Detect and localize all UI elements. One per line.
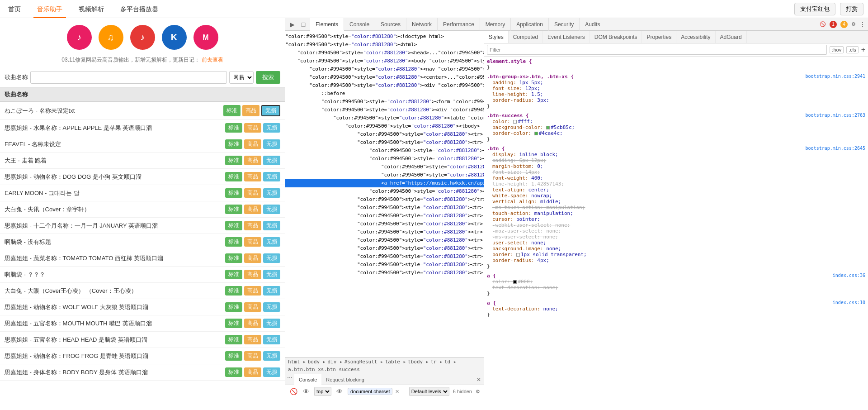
quality-high-btn[interactable]: 高品 [244,286,261,296]
console-eye-icon[interactable]: 👁 [335,387,344,396]
breadcrumb-item[interactable]: #songResult ▸ [344,359,383,365]
html-line[interactable]: "color:#994500">style="color:#881280"></… [285,195,484,204]
css-prop[interactable]: text-decoration: none; [492,285,865,291]
platform-select[interactable]: 网易 QQ 酷狗 酷我 [229,71,254,84]
css-prop[interactable]: line-height: 1.5; [492,91,865,97]
quality-std-btn[interactable]: 标准 [225,367,242,377]
html-line[interactable]: "color:#994500">style="color:#881280"><t… [285,155,484,163]
tab-sources[interactable]: Sources [375,18,406,31]
css-prop[interactable]: background-image: none; [492,246,865,252]
quality-high-btn[interactable]: 高品 [244,237,261,247]
html-line[interactable]: "color:#994500">style="color:#881280"><t… [285,236,484,244]
quality-std-btn[interactable]: 标准 [225,351,242,361]
quality-lossless-btn[interactable]: 无损 [263,253,280,263]
breadcrumb-item[interactable]: tr ▸ [430,359,443,365]
css-prop[interactable]: color: #fff; [492,119,865,124]
quality-std-btn[interactable]: 标准 [225,172,242,181]
default-levels-select[interactable]: Default levels [409,387,449,396]
quality-high-btn[interactable]: 高品 [244,351,261,361]
html-line[interactable]: "color:#994500">style="color:#881280"><c… [285,73,484,81]
html-line[interactable]: "color:#994500">style="color:#881280"><t… [285,269,484,277]
tab-elements[interactable]: Elements [310,18,344,31]
quality-lossless-btn[interactable]: 无损 [263,188,280,198]
css-prop[interactable]: padding: 1px 5px; [492,80,865,86]
quality-high-btn[interactable]: 高品 [244,319,261,328]
tab-security[interactable]: Security [549,18,580,31]
quality-std-btn[interactable]: 标准 [225,270,242,279]
quality-std-btn[interactable]: 标准 [225,139,242,149]
html-line[interactable]: ::before [285,90,484,98]
css-prop[interactable]: -ms-user-select: none; [492,234,865,240]
tab-audits[interactable]: Audits [580,18,606,31]
quality-high-btn[interactable]: 高品 [244,139,261,149]
quality-high-btn[interactable]: 高品 [244,302,261,312]
css-prop[interactable]: -ms-touch-action: manipulation; [492,205,865,210]
quality-high-btn[interactable]: 高品 [242,105,259,116]
quality-lossless-btn[interactable]: 无损 [263,286,280,296]
css-source[interactable]: index.css:36 [833,273,865,278]
quality-std-btn[interactable]: 标准 [225,319,242,328]
nav-item-multiplatform[interactable]: 多平台播放器 [117,0,162,18]
html-line[interactable]: "color:#994500">style="color:#881280"><t… [285,261,484,269]
tab-network[interactable]: Network [406,18,438,31]
quality-lossless-btn[interactable]: 无损 [263,139,280,149]
quality-std-btn[interactable]: 标准 [225,286,242,296]
console-tab-request-blocking[interactable]: Request blocking [321,374,368,385]
quality-std-btn[interactable]: 标准 [225,156,242,165]
css-prop[interactable]: margin-bottom: 0; [492,163,865,169]
css-prop[interactable]: background-color: #5cb85c; [492,124,865,130]
search-button[interactable]: 搜索 [256,71,280,84]
filter-plus[interactable]: + [861,46,865,54]
nav-item-music[interactable]: 音乐助手 [33,0,66,18]
html-line[interactable]: "color:#994500">style="color:#881280"><d… [285,106,484,114]
css-prop[interactable]: -moz-user-select: none; [492,228,865,234]
search-input[interactable] [30,71,227,84]
devtools-menu[interactable]: ⋮ [859,21,866,28]
html-line[interactable]: "color:#994500">style="color:#881280"><h… [285,49,484,57]
html-line[interactable]: "color:#994500">style="color:#881280"><t… [285,130,484,138]
css-source[interactable]: index.css:10 [833,300,865,305]
charset-x[interactable]: ✕ [395,389,399,395]
html-line[interactable]: "color:#994500">style="color:#881280"><f… [285,98,484,106]
top-select[interactable]: top [314,387,331,396]
css-prop[interactable]: vertical-align: middle; [492,199,865,205]
alipay-button[interactable]: 支付宝红包 [794,3,835,15]
quality-std-btn[interactable]: 标准 [223,105,241,116]
cursor-icon[interactable]: ▶ [288,20,297,29]
html-line[interactable]: "color:#994500">style="color:#881280"><t… [285,212,484,220]
breadcrumb-item[interactable]: table ▸ [385,359,406,365]
eye-icon[interactable]: 👁 [302,387,311,396]
styles-tab-properties[interactable]: Properties [642,31,676,43]
html-line[interactable]: "color:#994500">style="color:#881280"><a… [285,163,484,171]
css-prop[interactable]: text-align: center; [492,187,865,193]
breadcrumb-item[interactable]: html ▸ [288,359,306,365]
css-prop[interactable]: font-size: 14px; [492,169,865,175]
quality-std-btn[interactable]: 标准 [225,335,242,344]
html-line[interactable]: "color:#994500">style="color:#881280"><t… [285,204,484,212]
filter-cls[interactable]: .cls [846,46,859,53]
quality-std-btn[interactable]: 标准 [225,221,242,230]
quality-lossless-btn[interactable]: 无损 [263,270,280,279]
print-button[interactable]: 打赏 [840,3,863,15]
quality-high-btn[interactable]: 高品 [244,123,261,133]
css-prop[interactable]: border-radius: 3px; [492,97,865,103]
breadcrumb-item[interactable]: tbody ▸ [408,359,429,365]
tab-console[interactable]: Console [344,18,375,31]
nav-item-home[interactable]: 首页 [5,0,24,18]
styles-filter-input[interactable] [487,45,827,55]
styles-tab-adguard[interactable]: AdGuard [716,31,747,43]
breadcrumb-item[interactable]: body ▸ [308,359,326,365]
tab-application[interactable]: Application [511,18,549,31]
quality-high-btn[interactable]: 高品 [244,270,261,279]
html-tree[interactable]: "color:#994500">style="color:#881280"><!… [285,31,484,357]
html-line[interactable]: "color:#994500">style="color:#881280"><t… [285,114,484,122]
quality-high-btn[interactable]: 高品 [244,253,261,263]
html-line[interactable]: <a href="https://music.hwkxk.cn/api/?sou… [285,179,484,187]
css-prop[interactable]: border-color: #4cae4c; [492,130,865,136]
css-source[interactable]: bootstrap.min.css:2763 [806,113,865,118]
html-line[interactable]: "color:#994500">style="color:#881280"><t… [285,147,484,155]
styles-tab-computed[interactable]: Computed [509,31,543,43]
quality-lossless-btn[interactable]: 无损 [263,221,280,230]
css-prop[interactable]: border: 1px solid transparent; [492,252,865,257]
css-prop[interactable]: font-weight: 400; [492,175,865,181]
